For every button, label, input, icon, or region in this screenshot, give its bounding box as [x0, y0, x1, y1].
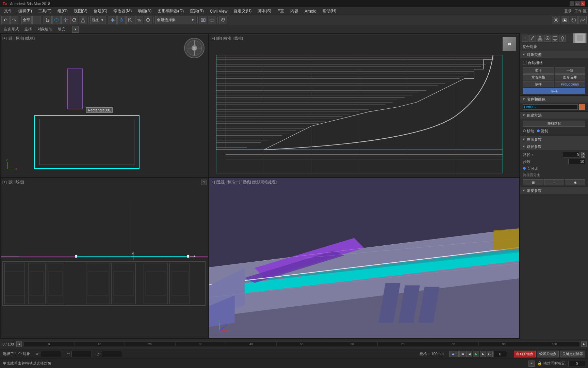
- select-item[interactable]: 选择: [23, 26, 33, 32]
- path-params-header[interactable]: ▼ 路径参数: [520, 143, 588, 150]
- meshsmooth-btn[interactable]: 水管网格: [523, 74, 554, 80]
- shape-merge-btn[interactable]: 图形合并: [555, 74, 586, 80]
- select-none-button[interactable]: [32, 16, 40, 24]
- tl-prev-button[interactable]: ◀: [16, 341, 22, 347]
- login-label[interactable]: 登录: [564, 9, 572, 14]
- surface-params-header[interactable]: ▼ 曲面参数: [520, 136, 588, 143]
- path-up-btn[interactable]: ▲: [581, 152, 585, 155]
- mirror-button[interactable]: [199, 16, 207, 24]
- move-radio[interactable]: [523, 129, 526, 132]
- menu-modifiers[interactable]: 修改器(M): [111, 7, 134, 15]
- viewport-top-right[interactable]: [+] [前] [标准] [线框] 前: [209, 34, 519, 177]
- steps-value-input[interactable]: [568, 159, 585, 164]
- close-button[interactable]: ✕: [581, 1, 585, 6]
- viewport-bot-left[interactable]: [+] [顶] [线框] □ y: [1, 178, 208, 338]
- maximize-button[interactable]: □: [575, 1, 580, 6]
- loft-button[interactable]: 放样: [523, 88, 585, 94]
- path-down-btn[interactable]: ▼: [581, 155, 585, 158]
- step-back-button[interactable]: ◀: [466, 351, 472, 357]
- path-nav-btn1[interactable]: ⊞: [523, 179, 543, 185]
- menu-civil-view[interactable]: Civil View: [207, 8, 230, 14]
- select-button[interactable]: [44, 16, 52, 24]
- rp-motion-btn[interactable]: [544, 35, 551, 42]
- snap-3d-button[interactable]: 3: [117, 16, 126, 24]
- timeline-bar[interactable]: 0 10 20 30 40 50 60 70 80 90 100: [23, 341, 580, 347]
- creation-method-header[interactable]: ▼ 创建方法: [520, 112, 588, 119]
- menu-arnold[interactable]: Arnold: [302, 8, 319, 14]
- rp-display-btn[interactable]: [552, 35, 558, 42]
- percent-snap-button[interactable]: %: [135, 16, 143, 24]
- view-dropdown[interactable]: 视图 ▼: [90, 16, 105, 24]
- angle-snap-button[interactable]: [126, 16, 134, 24]
- auto-key-button[interactable]: 自动关键点: [514, 351, 536, 357]
- add-keyframe-button[interactable]: ◆+: [449, 351, 459, 357]
- select-region-button[interactable]: [52, 16, 61, 24]
- menu-create[interactable]: 创建(C): [91, 7, 110, 15]
- menu-view[interactable]: 视图(V): [71, 7, 90, 15]
- menu-render[interactable]: 渲染(R): [187, 7, 207, 15]
- undo-button[interactable]: ↶: [1, 16, 10, 24]
- align-button[interactable]: [208, 16, 216, 24]
- redo-button[interactable]: ↷: [10, 16, 18, 24]
- autogrid-checkbox[interactable]: [523, 61, 526, 64]
- x-input[interactable]: [41, 351, 61, 357]
- menu-graph-editor[interactable]: 图形编辑器(D): [155, 7, 186, 15]
- copy-radio[interactable]: [537, 129, 540, 132]
- path-value-input[interactable]: [563, 152, 580, 157]
- spinner-snap-button[interactable]: [144, 16, 152, 24]
- render-setup-button[interactable]: [552, 16, 560, 24]
- viewport-perspective[interactable]: [+] [透视] [标准十扫描线] [默认明暗处理] 前: [209, 178, 519, 338]
- object-type-header[interactable]: ▼ 对象类型: [520, 51, 588, 58]
- add-time-button[interactable]: +: [528, 361, 535, 367]
- layer-button[interactable]: [219, 16, 227, 24]
- workspace-label[interactable]: 工作 区: [574, 9, 587, 14]
- snap-toggle[interactable]: [109, 16, 117, 24]
- step-fwd-button[interactable]: ▶: [480, 351, 486, 357]
- deform-btn[interactable]: 变形: [523, 67, 554, 74]
- populate-item[interactable]: 填充: [56, 26, 67, 32]
- menu-file[interactable]: 文件: [1, 7, 15, 15]
- skin-params-header[interactable]: ▼ 蒙皮参数: [520, 187, 588, 194]
- menu-group[interactable]: 组(G): [55, 7, 70, 15]
- y-input[interactable]: [71, 351, 92, 357]
- viewport-top-left[interactable]: [+] [顶] [标准] [线框] 顶: [1, 34, 208, 177]
- create-selection-dropdown[interactable]: 创建选择集 ▼: [155, 16, 196, 24]
- menu-animation[interactable]: 动画(A): [135, 7, 154, 15]
- rotate-button[interactable]: [70, 16, 78, 24]
- menu-tools[interactable]: 工具(T): [35, 7, 54, 15]
- nav-gizmo-topleft[interactable]: 顶: [184, 38, 205, 58]
- menu-customize[interactable]: 自定义(U): [231, 7, 254, 15]
- path-nav-btn3[interactable]: ◉: [565, 179, 585, 185]
- move-button[interactable]: ✛: [61, 16, 69, 24]
- select-all-button[interactable]: 全部: [21, 16, 32, 24]
- render-frame-button[interactable]: [561, 16, 569, 24]
- consistent-btn[interactable]: 一致: [555, 67, 586, 74]
- set-key-button[interactable]: 设置关键点: [537, 351, 559, 357]
- proboolean-btn[interactable]: ProBoolean: [555, 81, 586, 87]
- path-nav-btn2[interactable]: →: [544, 179, 565, 185]
- keyframe-input[interactable]: [493, 351, 507, 357]
- scale-button[interactable]: [79, 16, 87, 24]
- key-filter-button[interactable]: 关键点过滤器: [560, 351, 585, 357]
- menu-edit[interactable]: 编辑(E): [16, 7, 35, 15]
- nav-cube-topright[interactable]: 前: [503, 37, 516, 51]
- material-editor-button[interactable]: [570, 16, 578, 24]
- name-color-header[interactable]: ▼ 名称和颜色: [520, 96, 588, 103]
- color-swatch[interactable]: [579, 104, 585, 110]
- tl-next-button[interactable]: ▶: [581, 341, 587, 347]
- menu-help[interactable]: 帮助(H): [320, 7, 339, 15]
- z-input[interactable]: [102, 351, 122, 357]
- freeform-item[interactable]: 自由形式: [3, 26, 20, 32]
- prev-frame-button[interactable]: ⏮: [459, 351, 466, 357]
- rp-utilities-btn[interactable]: [559, 35, 566, 42]
- menu-content[interactable]: 内容: [288, 7, 301, 15]
- menu-script[interactable]: 脚本(S): [255, 7, 274, 15]
- menu-e[interactable]: E置: [275, 7, 287, 15]
- get-path-btn[interactable]: 获取路径: [523, 121, 585, 127]
- play-button[interactable]: ▶: [473, 351, 479, 357]
- paint-deform-dropdown[interactable]: ▼: [72, 26, 79, 33]
- minimize-button[interactable]: ─: [570, 1, 574, 6]
- rp-modify-btn[interactable]: [529, 35, 536, 42]
- curve-editor-button[interactable]: [578, 16, 587, 24]
- object-name-input[interactable]: [523, 104, 578, 110]
